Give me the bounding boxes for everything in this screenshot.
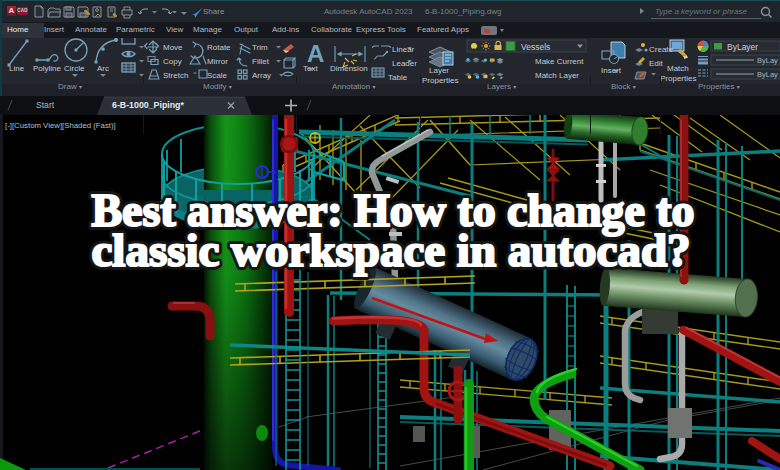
- svg-text:Vessels: Vessels: [521, 42, 550, 52]
- svg-text:[-][Custom View][Shaded (Fast): [-][Custom View][Shaded (Fast)]: [5, 121, 116, 130]
- svg-text:ByLayer: ByLayer: [727, 42, 758, 52]
- svg-text:ByLay: ByLay: [757, 70, 778, 79]
- svg-text:A: A: [307, 40, 324, 67]
- svg-text:classic workspace in autocad?: classic workspace in autocad?: [92, 225, 691, 276]
- svg-text:ByLay: ByLay: [757, 56, 778, 65]
